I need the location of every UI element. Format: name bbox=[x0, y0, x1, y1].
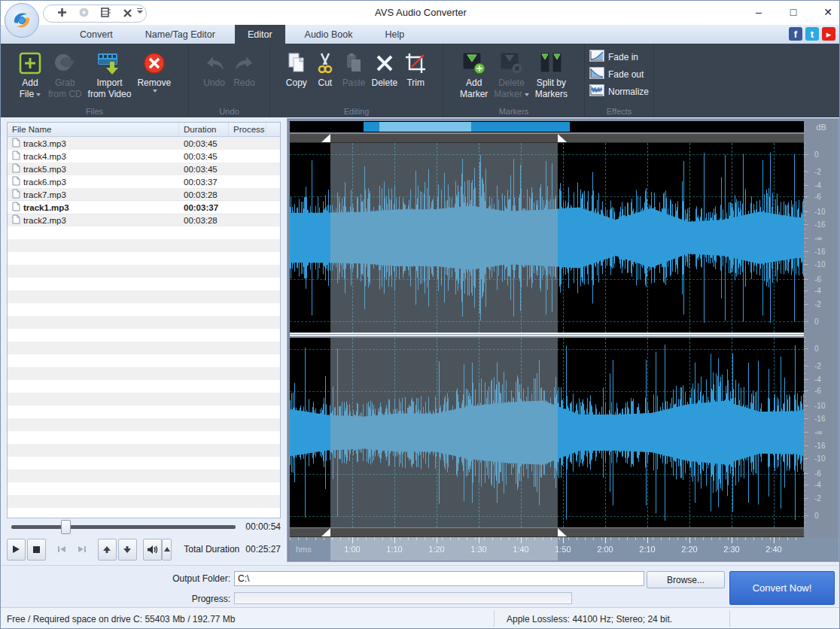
time-ruler[interactable]: hms1:001:101:201:301:401:502:002:102:202… bbox=[290, 537, 838, 561]
table-row-empty bbox=[8, 469, 280, 482]
ribbon-group-label: Markers bbox=[443, 107, 584, 116]
column-header-duration[interactable]: Duration bbox=[179, 123, 229, 136]
ruler-tick bbox=[563, 537, 564, 543]
file-name: track7.mp3 bbox=[23, 190, 66, 199]
ruler-time-label: 1:30 bbox=[470, 545, 486, 554]
selection-handle-bar-top[interactable] bbox=[290, 133, 804, 143]
total-duration-label: Total Duration bbox=[184, 544, 239, 555]
db-tick bbox=[804, 196, 808, 197]
split-by-markers-button[interactable]: Split byMarkers bbox=[532, 48, 571, 101]
table-row[interactable]: track6.mp300:03:37 bbox=[8, 175, 280, 188]
volume-button[interactable] bbox=[143, 539, 162, 561]
seek-slider-track[interactable] bbox=[11, 525, 236, 529]
app-logo-icon[interactable] bbox=[5, 3, 39, 38]
ribbon-group-files: AddFileGrabfrom CDImportfrom VideoRemove… bbox=[1, 44, 189, 117]
table-row[interactable]: track4.mp300:03:45 bbox=[8, 150, 280, 163]
convert-now-button[interactable]: Convert Now! bbox=[729, 571, 835, 605]
volume-popup-button[interactable] bbox=[162, 539, 172, 561]
column-header-process[interactable]: Process bbox=[229, 123, 266, 136]
tab-name-tag-editor[interactable]: Name/Tag Editor bbox=[132, 25, 228, 44]
facebook-icon[interactable]: f bbox=[789, 27, 802, 41]
tab-convert[interactable]: Convert bbox=[67, 25, 126, 44]
seek-slider-handle[interactable] bbox=[61, 520, 71, 534]
db-tick bbox=[804, 154, 808, 155]
tab-editor[interactable]: Editor bbox=[235, 25, 285, 44]
next-track-button[interactable] bbox=[72, 539, 91, 561]
table-row-empty bbox=[8, 354, 280, 367]
file-process bbox=[229, 137, 266, 150]
file-icon bbox=[12, 202, 20, 213]
db-label: -10 bbox=[814, 207, 825, 215]
channel-divider bbox=[290, 333, 804, 338]
file-duration: 00:03:37 bbox=[179, 201, 229, 214]
ruler-time-label: 1:50 bbox=[555, 545, 571, 554]
file-name: track5.mp3 bbox=[23, 165, 66, 174]
previous-track-button[interactable] bbox=[52, 539, 71, 561]
import-from-video-button[interactable]: Importfrom Video bbox=[85, 48, 135, 101]
column-header-file-name[interactable]: File Name bbox=[8, 123, 179, 136]
copy-icon bbox=[285, 50, 308, 77]
db-tick bbox=[804, 211, 808, 212]
stop-button[interactable] bbox=[27, 539, 46, 561]
fade-out-button[interactable]: Fade out bbox=[589, 67, 644, 82]
ruler-time-label: 2:20 bbox=[681, 545, 697, 554]
waveform-display[interactable] bbox=[290, 143, 804, 527]
tab-help[interactable]: Help bbox=[372, 25, 417, 44]
ruler-tick bbox=[605, 537, 606, 543]
ruler-unit-label: hms bbox=[296, 545, 312, 554]
button-label: Markers bbox=[535, 89, 568, 99]
add-marker-icon bbox=[461, 50, 487, 77]
table-row[interactable]: track1.mp300:03:37 bbox=[8, 201, 280, 214]
db-label: -2 bbox=[814, 494, 821, 502]
waveform-overview-bar[interactable] bbox=[290, 121, 804, 132]
play-button[interactable] bbox=[7, 539, 26, 561]
youtube-icon[interactable]: ▸ bbox=[822, 27, 835, 41]
table-row[interactable]: track7.mp300:03:28 bbox=[8, 188, 280, 201]
table-row-empty bbox=[8, 482, 280, 495]
button-label: Trim bbox=[406, 77, 425, 88]
db-label: -2 bbox=[814, 362, 821, 370]
current-time: 00:00:54 bbox=[245, 521, 281, 532]
db-label: -6 bbox=[814, 469, 821, 478]
table-row-empty bbox=[8, 431, 280, 444]
fade-in-button[interactable]: Fade in bbox=[589, 50, 638, 65]
delete-button[interactable]: Delete bbox=[369, 48, 401, 90]
table-row-empty bbox=[8, 226, 280, 239]
table-row[interactable]: track3.mp300:03:45 bbox=[8, 137, 280, 150]
add-marker-button[interactable]: AddMarker bbox=[457, 48, 491, 101]
selection-start-handle[interactable] bbox=[321, 134, 330, 142]
file-icon bbox=[12, 138, 20, 149]
button-label: Fade out bbox=[608, 69, 644, 80]
table-row-empty bbox=[8, 380, 280, 393]
selection-end-handle[interactable] bbox=[558, 134, 567, 142]
add-file-button[interactable]: AddFile bbox=[15, 48, 45, 101]
close-button[interactable]: ✕ bbox=[820, 4, 836, 20]
cut-button[interactable]: Cut bbox=[311, 48, 339, 90]
copy-button[interactable]: Copy bbox=[282, 48, 311, 90]
ruler-tick bbox=[352, 537, 353, 543]
selection-end-handle[interactable] bbox=[558, 528, 567, 536]
table-row[interactable]: track5.mp300:03:45 bbox=[8, 163, 280, 175]
remove-button[interactable]: Remove bbox=[134, 48, 174, 101]
arrow-up-icon bbox=[102, 545, 111, 554]
move-up-button[interactable] bbox=[98, 539, 117, 561]
ruler-tick bbox=[521, 537, 522, 543]
move-down-button[interactable] bbox=[118, 539, 137, 561]
browse-button[interactable]: Browse... bbox=[647, 571, 725, 588]
minimize-button[interactable]: – bbox=[750, 4, 767, 20]
db-tick bbox=[804, 379, 808, 380]
table-row-empty bbox=[8, 290, 280, 303]
tab-audio-book[interactable]: Audio Book bbox=[292, 25, 366, 44]
db-label: -16 bbox=[814, 247, 825, 255]
output-folder-input[interactable] bbox=[234, 571, 644, 586]
trim-button[interactable]: Trim bbox=[400, 48, 431, 90]
selection-start-handle[interactable] bbox=[321, 528, 330, 536]
table-row[interactable]: track2.mp300:03:28 bbox=[8, 214, 280, 226]
normalize-button[interactable]: Normalize bbox=[589, 84, 649, 99]
twitter-icon[interactable]: t bbox=[805, 27, 819, 41]
selection-handle-bar-bottom[interactable] bbox=[290, 527, 804, 537]
ribbon-group-label: Editing bbox=[270, 107, 443, 116]
maximize-button[interactable]: □ bbox=[785, 4, 802, 20]
table-row-empty bbox=[8, 418, 280, 431]
app-window: AVS Audio Converter – □ ✕ ConvertName/Ta… bbox=[0, 0, 840, 629]
